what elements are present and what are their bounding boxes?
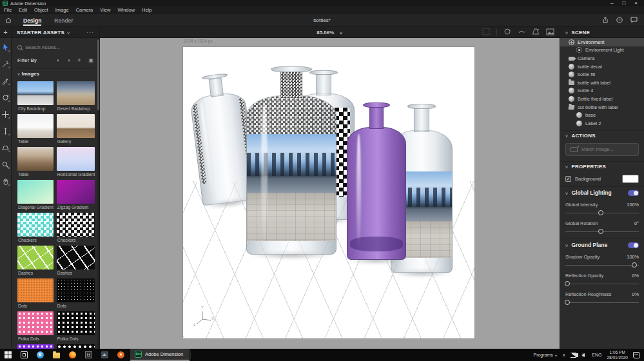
menu-item[interactable]: View — [100, 7, 110, 13]
background-color-swatch[interactable] — [622, 175, 639, 183]
maximize-button[interactable]: □ — [622, 1, 625, 6]
slider-track[interactable] — [565, 210, 639, 217]
asset-thumbnail[interactable] — [57, 278, 95, 302]
add-content-button[interactable]: + — [3, 29, 7, 35]
scene-tree-item[interactable]: Environment Light — [560, 46, 644, 55]
scene-tree-item[interactable]: bottle fill — [560, 70, 644, 79]
chevron-down-icon[interactable]: ∨ — [565, 30, 569, 35]
asset-thumbnail[interactable] — [57, 81, 95, 105]
pan-camera-icon[interactable] — [518, 26, 525, 38]
menu-item[interactable]: Window — [117, 7, 135, 13]
asset-thumbnail[interactable] — [57, 180, 95, 204]
bottle-object[interactable] — [246, 66, 337, 255]
asset-item[interactable]: Horizontal Gradient — [57, 147, 95, 177]
slider-track[interactable] — [565, 280, 639, 288]
slider-track[interactable] — [565, 299, 639, 306]
asset-item[interactable]: Diagonal Gradient — [17, 180, 54, 210]
scene-tree-item[interactable]: Bottle fixed label — [560, 95, 644, 103]
clock[interactable]: 1:06 PM 28/01/2020 — [607, 350, 628, 360]
scene-tree-item[interactable]: bottle 4 — [560, 87, 644, 95]
asset-item[interactable]: Table — [17, 147, 54, 177]
background-checkbox[interactable]: ✓ — [565, 176, 571, 182]
asset-item[interactable] — [17, 344, 54, 349]
speaker-icon[interactable] — [581, 353, 585, 357]
share-icon[interactable] — [602, 14, 609, 26]
filter-icon[interactable]: ✳ — [77, 57, 82, 63]
asset-item[interactable]: City Backdrop — [17, 81, 54, 112]
tab-render[interactable]: Render — [48, 15, 79, 26]
asset-thumbnail[interactable] — [57, 311, 95, 335]
slider-knob[interactable] — [632, 262, 637, 268]
slider-knob[interactable] — [565, 300, 570, 305]
asset-item[interactable]: Polka Dots — [17, 311, 54, 342]
asset-thumbnail[interactable] — [17, 344, 54, 349]
asset-thumbnail[interactable] — [17, 278, 54, 302]
artboard[interactable]: Y X Z — [182, 46, 475, 339]
tab-design[interactable]: Design — [17, 15, 48, 26]
asset-item[interactable]: Checkers — [57, 213, 95, 243]
scene-tree-item[interactable]: Environment — [560, 38, 644, 46]
asset-thumbnail[interactable] — [17, 246, 54, 269]
chevron-down-icon[interactable]: ∨ — [565, 164, 569, 169]
taskbar-app-icon[interactable] — [97, 349, 113, 361]
asset-item[interactable]: Dashes — [17, 246, 54, 276]
asset-item[interactable]: Zigzag Gradient — [57, 180, 95, 210]
dolly-tool[interactable] — [1, 144, 10, 152]
asset-item[interactable]: Dots — [17, 278, 54, 309]
scene-tree-item[interactable]: cut bottle with label — [560, 103, 644, 112]
asset-thumbnail[interactable] — [17, 114, 54, 138]
filter-icon[interactable]: ◐ — [57, 57, 60, 63]
zoom-level-control[interactable]: 85.06% ∨ — [317, 30, 343, 35]
menu-item[interactable]: File — [4, 7, 12, 13]
close-button[interactable]: × — [634, 1, 638, 6]
asset-thumbnail[interactable] — [17, 213, 54, 237]
taskbar-app-icon[interactable] — [113, 349, 129, 361]
render-preview-icon[interactable] — [546, 26, 554, 38]
network-icon[interactable] — [571, 353, 576, 358]
taskbar-active-app[interactable]: Dn Adobe Dimension — [130, 349, 190, 361]
programs-button[interactable]: Programs — [533, 353, 552, 357]
language-indicator[interactable]: ENG — [592, 353, 601, 357]
asset-thumbnail[interactable] — [57, 114, 95, 138]
help-icon[interactable]: ? — [616, 14, 623, 26]
asset-thumbnail[interactable] — [17, 180, 54, 204]
asset-item[interactable]: Checkers — [17, 213, 54, 243]
slider-track[interactable] — [565, 262, 639, 269]
zoom-tool[interactable] — [1, 161, 10, 169]
asset-item[interactable]: Dots — [57, 278, 95, 309]
orbit-tool[interactable] — [1, 93, 10, 102]
asset-thumbnail[interactable] — [57, 213, 95, 237]
ground-plane-toggle[interactable] — [628, 242, 639, 248]
asset-item[interactable]: Polka Dots — [57, 311, 95, 342]
taskbar-app-icon[interactable] — [16, 349, 32, 361]
menu-item[interactable]: Help — [142, 7, 151, 13]
slider-knob[interactable] — [598, 229, 603, 234]
global-lighting-toggle[interactable] — [628, 190, 639, 196]
scene-tree-item[interactable]: Camera — [560, 54, 644, 63]
asset-item[interactable]: Table — [17, 114, 54, 144]
match-image-button[interactable]: Match Image... — [565, 143, 639, 156]
scene-tree-item[interactable]: bottle decal — [560, 63, 644, 71]
assets-panel-title[interactable]: STARTER ASSETS — [17, 30, 64, 35]
asset-thumbnail[interactable] — [17, 147, 54, 171]
search-input[interactable] — [25, 44, 90, 50]
chevron-down-icon[interactable]: ∨ — [565, 243, 569, 248]
bottle-object[interactable] — [347, 102, 406, 260]
orbit-camera-icon[interactable] — [503, 26, 511, 38]
asset-thumbnail[interactable] — [57, 344, 95, 349]
asset-thumbnail[interactable] — [57, 147, 95, 171]
magic-wand-tool[interactable] — [1, 60, 10, 68]
filter-icon[interactable]: ▣ — [88, 57, 93, 63]
slider-track[interactable] — [565, 228, 639, 235]
asset-thumbnail[interactable] — [57, 246, 95, 269]
asset-item[interactable]: Dashes — [57, 246, 95, 276]
taskbar-app-icon[interactable] — [64, 349, 81, 361]
scene-tree-item[interactable]: bottle with label — [560, 79, 644, 87]
hand-tool[interactable] — [1, 177, 10, 186]
hidden-icons-button[interactable]: ∧ — [562, 353, 565, 358]
slider-knob[interactable] — [598, 210, 603, 215]
dolly-camera-icon[interactable] — [532, 26, 540, 38]
asset-thumbnail[interactable] — [17, 81, 54, 105]
taskbar-app-icon[interactable] — [0, 349, 16, 361]
scene-tree-item[interactable]: Label 2 — [560, 119, 644, 128]
